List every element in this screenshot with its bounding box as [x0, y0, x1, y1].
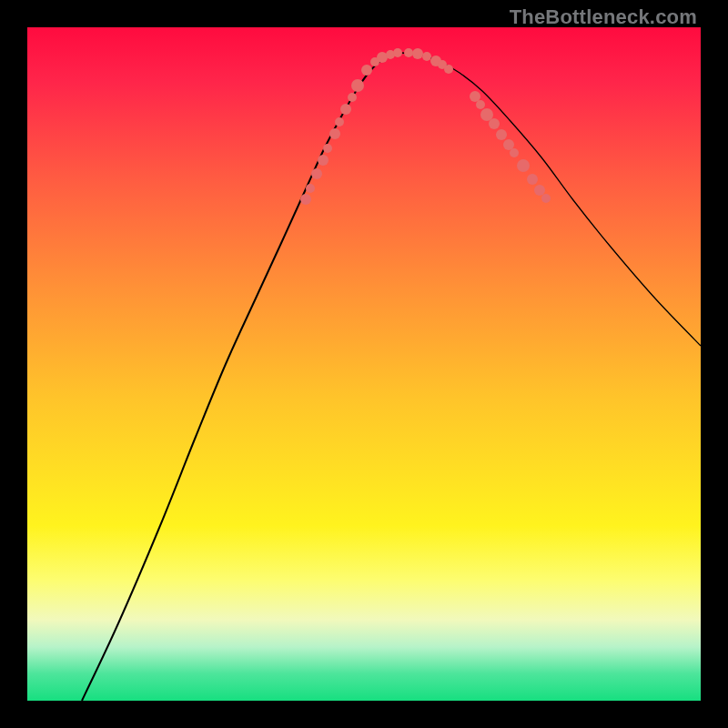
data-marker: [340, 104, 351, 115]
data-marker: [311, 168, 322, 179]
marker-group: [300, 48, 551, 205]
data-marker: [489, 118, 500, 129]
data-marker: [404, 48, 413, 57]
data-marker: [496, 129, 507, 140]
data-marker: [300, 194, 311, 205]
data-marker: [361, 65, 372, 76]
data-marker: [323, 144, 332, 153]
data-marker: [527, 174, 538, 185]
data-marker: [503, 139, 514, 150]
data-marker: [541, 194, 551, 203]
data-marker: [470, 91, 480, 102]
data-marker: [306, 184, 315, 193]
curve-right: [400, 53, 701, 346]
data-marker: [476, 100, 485, 109]
chart-svg: [27, 27, 701, 701]
data-marker: [335, 117, 344, 126]
data-marker: [329, 128, 340, 139]
watermark-text: TheBottleneck.com: [510, 5, 697, 29]
data-marker: [393, 48, 402, 57]
data-marker: [318, 155, 329, 166]
data-marker: [510, 148, 519, 157]
data-marker: [517, 159, 530, 172]
data-marker: [348, 93, 357, 102]
curve-left: [82, 53, 400, 701]
chart-plot-area: [27, 27, 701, 701]
data-marker: [534, 185, 545, 196]
data-marker: [422, 52, 431, 61]
data-marker: [444, 65, 453, 74]
data-marker: [351, 79, 364, 92]
data-marker: [412, 48, 423, 59]
